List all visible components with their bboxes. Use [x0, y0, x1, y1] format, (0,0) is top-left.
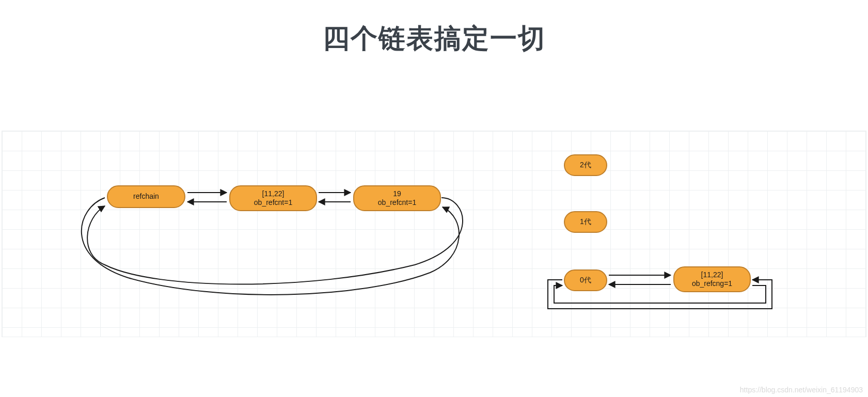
- node-gen0-list-line1: [11,22]: [701, 271, 723, 280]
- node-gen0-label: 0代: [580, 276, 591, 285]
- node-refchain-label: refchain: [133, 192, 159, 201]
- node-list: [11,22] ob_refcnt=1: [229, 185, 317, 211]
- node-gen0-list: [11,22] ob_refcng=1: [673, 266, 751, 292]
- node-refchain: refchain: [107, 185, 185, 208]
- node-gen1: 1代: [564, 211, 607, 233]
- node-gen1-label: 1代: [580, 217, 591, 227]
- node-gen2: 2代: [564, 154, 607, 176]
- node-int19: 19 ob_refcnt=1: [353, 185, 441, 211]
- node-gen0-list-line2: ob_refcng=1: [692, 279, 732, 289]
- node-int19-line2: ob_refcnt=1: [378, 198, 416, 208]
- node-gen0: 0代: [564, 269, 607, 291]
- node-list-line1: [11,22]: [262, 189, 285, 199]
- grid-canvas: refchain [11,22] ob_refcnt=1 19 ob_refcn…: [2, 131, 866, 337]
- node-gen2-label: 2代: [580, 161, 591, 170]
- diagram-title: 四个链表搞定一切: [0, 21, 868, 57]
- watermark: https://blog.csdn.net/weixin_61194903: [740, 386, 863, 394]
- node-int19-line1: 19: [393, 189, 401, 199]
- node-list-line2: ob_refcnt=1: [254, 198, 292, 208]
